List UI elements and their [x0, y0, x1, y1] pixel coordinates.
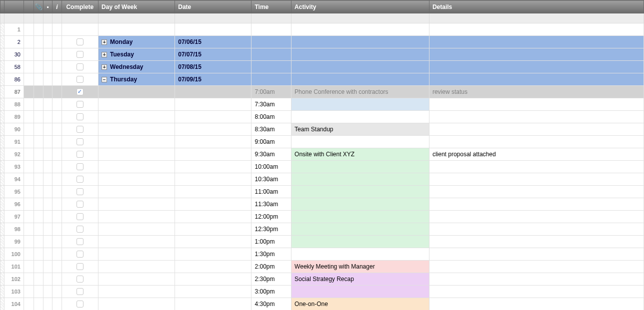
activity-cell[interactable] [292, 136, 430, 148]
expand-toggle-icon[interactable]: + [102, 64, 107, 70]
flag-cell[interactable] [24, 48, 34, 61]
info-cell[interactable] [52, 136, 62, 148]
complete-cell[interactable] [62, 211, 98, 223]
day-cell[interactable] [98, 98, 175, 111]
row-handle[interactable] [0, 261, 4, 273]
attachment-cell[interactable] [34, 286, 43, 298]
comment-cell[interactable] [43, 223, 52, 236]
complete-checkbox[interactable] [76, 151, 84, 158]
flag-cell[interactable] [24, 173, 34, 186]
activity-cell[interactable] [292, 98, 430, 111]
table-row[interactable]: 9812:30pm [0, 223, 644, 236]
details-cell[interactable] [429, 23, 644, 36]
info-cell[interactable] [52, 61, 62, 73]
table-row[interactable]: 86−Thursday07/09/15 [0, 73, 644, 86]
complete-checkbox[interactable] [76, 126, 84, 133]
info-cell[interactable] [52, 173, 62, 186]
info-icon[interactable]: i [52, 0, 62, 13]
date-cell[interactable] [175, 98, 252, 111]
day-cell[interactable] [98, 273, 175, 286]
expand-toggle-icon[interactable]: − [102, 77, 107, 82]
flag-cell[interactable] [24, 186, 34, 198]
time-cell[interactable]: 2:30pm [252, 273, 292, 286]
table-row[interactable]: 1033:00pm [0, 286, 644, 298]
complete-checkbox[interactable] [76, 301, 84, 308]
time-cell[interactable] [252, 23, 292, 36]
flag-cell[interactable] [24, 111, 34, 123]
row-handle[interactable] [0, 236, 4, 248]
attachment-icon[interactable]: 📎 [34, 0, 43, 13]
column-day-of-week[interactable]: Day of Week [98, 0, 175, 13]
attachment-cell[interactable] [34, 48, 43, 61]
row-handle[interactable] [0, 98, 4, 111]
complete-cell[interactable] [62, 236, 98, 248]
flag-cell[interactable] [24, 136, 34, 148]
time-cell[interactable]: 12:30pm [252, 223, 292, 236]
row-handle[interactable] [0, 286, 4, 298]
date-cell[interactable] [175, 273, 252, 286]
day-cell[interactable] [98, 298, 175, 310]
table-row[interactable]: 9511:00am [0, 186, 644, 198]
info-cell[interactable] [52, 286, 62, 298]
complete-checkbox[interactable] [76, 251, 84, 258]
complete-checkbox[interactable] [76, 201, 84, 208]
row-handle[interactable] [0, 198, 4, 211]
activity-cell[interactable] [292, 23, 430, 36]
complete-checkbox[interactable] [76, 213, 84, 220]
comment-cell[interactable] [43, 111, 52, 123]
day-cell[interactable] [98, 86, 175, 98]
table-row[interactable]: 908:30amTeam Standup [0, 123, 644, 136]
time-cell[interactable]: 10:00am [252, 161, 292, 173]
comment-cell[interactable] [43, 161, 52, 173]
day-cell[interactable] [98, 223, 175, 236]
table-row[interactable]: 30+Tuesday07/07/15 [0, 48, 644, 61]
attachment-cell[interactable] [34, 298, 43, 310]
details-cell[interactable]: review status [429, 86, 644, 98]
table-row[interactable]: 1044:30pmOne-on-One [0, 298, 644, 310]
details-cell[interactable] [429, 298, 644, 310]
table-row[interactable]: 919:00am [0, 136, 644, 148]
comment-cell[interactable] [43, 73, 52, 86]
complete-checkbox[interactable] [76, 176, 84, 183]
column-activity[interactable]: Activity [292, 0, 430, 13]
details-cell[interactable] [429, 161, 644, 173]
day-cell[interactable]: +Monday [98, 36, 175, 48]
table-row[interactable]: 58+Wednesday07/08/15 [0, 61, 644, 73]
complete-checkbox[interactable] [76, 188, 84, 195]
attachment-cell[interactable] [34, 73, 43, 86]
comment-cell[interactable] [43, 98, 52, 111]
row-handle[interactable] [0, 73, 4, 86]
complete-checkbox[interactable] [76, 238, 84, 245]
complete-cell[interactable] [62, 36, 98, 48]
attachment-cell[interactable] [34, 136, 43, 148]
time-cell[interactable]: 8:00am [252, 111, 292, 123]
flag-cell[interactable] [24, 73, 34, 86]
attachment-cell[interactable] [34, 223, 43, 236]
date-cell[interactable]: 07/07/15 [175, 48, 252, 61]
date-cell[interactable] [175, 136, 252, 148]
activity-cell[interactable] [292, 286, 430, 298]
comment-cell[interactable] [43, 48, 52, 61]
info-cell[interactable] [52, 186, 62, 198]
table-row[interactable]: 898:00am [0, 111, 644, 123]
complete-cell[interactable] [62, 148, 98, 161]
flag-cell[interactable] [24, 211, 34, 223]
date-cell[interactable] [175, 298, 252, 310]
info-cell[interactable] [52, 48, 62, 61]
info-cell[interactable] [52, 23, 62, 36]
time-cell[interactable] [252, 36, 292, 48]
complete-checkbox[interactable] [76, 263, 84, 270]
date-cell[interactable]: 07/08/15 [175, 61, 252, 73]
time-cell[interactable] [252, 61, 292, 73]
activity-cell[interactable]: Weekly Meeting with Manager [292, 261, 430, 273]
complete-checkbox[interactable] [76, 63, 84, 70]
expand-toggle-icon[interactable]: + [102, 52, 107, 57]
info-cell[interactable] [52, 123, 62, 136]
row-handle[interactable] [0, 173, 4, 186]
date-cell[interactable] [175, 211, 252, 223]
day-cell[interactable]: +Tuesday [98, 48, 175, 61]
comment-cell[interactable] [43, 248, 52, 261]
time-cell[interactable]: 9:00am [252, 136, 292, 148]
attachment-cell[interactable] [34, 211, 43, 223]
row-handle[interactable] [0, 211, 4, 223]
